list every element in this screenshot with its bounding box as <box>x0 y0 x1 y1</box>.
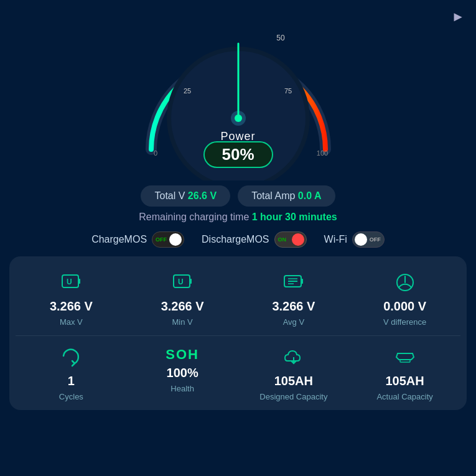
cycles-label: Cycles <box>59 392 83 401</box>
actual-cap-label: Actual Capacity <box>376 392 432 401</box>
avg-v-label: Avg V <box>283 317 304 327</box>
avg-v-value: 3.266 V <box>272 299 315 314</box>
row-divider <box>16 335 460 336</box>
toggles-row: ChargeMOS OFF DischargeMOS ON Wi-Fi OFF <box>91 231 385 248</box>
discharge-mos-state: ON <box>278 236 287 243</box>
charging-time-value: 1 hour 30 minutes <box>252 212 337 222</box>
svg-rect-11 <box>78 279 80 284</box>
play-icon[interactable]: ► <box>451 9 465 25</box>
designed-cap-value: 105AH <box>274 374 313 388</box>
health-value: 100% <box>167 366 198 380</box>
svg-text:U: U <box>178 278 184 286</box>
min-v-label: Min V <box>172 317 193 327</box>
total-amp-value: 0.0 A <box>298 190 322 201</box>
discharge-mos-toggle-item: DischargeMOS ON <box>202 231 306 248</box>
metrics-card: U 3.266 V Max V U 3.266 V Min V <box>9 256 467 410</box>
cycles-cell: 1 Cycles <box>16 342 127 404</box>
min-v-value: 3.266 V <box>161 299 204 314</box>
svg-text:50: 50 <box>276 34 285 42</box>
charge-mos-label: ChargeMOS <box>91 234 147 245</box>
wifi-state: OFF <box>370 236 381 243</box>
charge-mos-knob <box>169 233 182 246</box>
wifi-toggle-item: Wi-Fi OFF <box>324 231 385 248</box>
charging-time-label: Remaining charging time <box>139 212 249 222</box>
soh-text: SOH <box>166 347 199 362</box>
discharge-mos-switch[interactable]: ON <box>274 231 307 248</box>
max-v-label: Max V <box>60 317 83 327</box>
battery-v2-icon: U <box>171 270 194 296</box>
svg-text:U: U <box>67 278 72 286</box>
cloud-icon <box>282 345 305 370</box>
cycles-icon <box>60 345 82 370</box>
wifi-knob <box>355 233 367 246</box>
v-diff-value: 0.000 V <box>383 299 426 314</box>
svg-rect-14 <box>190 279 192 284</box>
total-v-label: Total V <box>154 190 185 201</box>
gauge-percent: 50% <box>203 141 273 168</box>
actual-cap-value: 105AH <box>385 374 424 388</box>
svg-text:75: 75 <box>284 87 291 95</box>
v-diff-label: V difference <box>383 317 426 327</box>
battery-cap-icon <box>394 345 416 370</box>
total-v-value: 26.6 V <box>188 190 217 201</box>
discharge-mos-label: DischargeMOS <box>202 234 269 245</box>
designed-cap-cell: 105AH Designed Capacity <box>238 342 350 404</box>
charging-time: Remaining charging time 1 hour 30 minute… <box>139 212 337 223</box>
svg-rect-17 <box>301 279 303 284</box>
wifi-switch[interactable]: OFF <box>352 231 385 248</box>
designed-cap-label: Designed Capacity <box>259 392 327 401</box>
cycles-value: 1 <box>68 374 75 388</box>
charge-mos-switch[interactable]: OFF <box>152 231 184 248</box>
stats-row: Total V 26.6 V Total Amp 0.0 A <box>141 185 335 207</box>
power-gauge: 50 25 75 0 100 Power 50% <box>120 6 357 180</box>
speedometer-icon <box>394 270 416 296</box>
total-amp-pill: Total Amp 0.0 A <box>238 185 335 207</box>
min-v-cell: U 3.266 V Min V <box>127 268 238 329</box>
discharge-mos-knob <box>292 233 304 246</box>
battery-avg-icon <box>282 270 305 296</box>
health-label: Health <box>170 384 194 393</box>
health-cell: SOH 100% Health <box>127 342 238 404</box>
actual-cap-cell: 105AH Actual Capacity <box>349 342 460 404</box>
battery-v-icon: U <box>60 270 82 296</box>
max-v-value: 3.266 V <box>50 299 93 314</box>
wifi-label: Wi-Fi <box>324 234 347 245</box>
svg-text:0: 0 <box>153 149 157 157</box>
total-amp-label: Total Amp <box>251 190 295 201</box>
svg-text:100: 100 <box>316 149 327 157</box>
total-voltage-pill: Total V 26.6 V <box>141 185 230 207</box>
svg-text:25: 25 <box>183 87 190 95</box>
soh-icon: SOH <box>166 345 199 362</box>
charge-mos-toggle-item: ChargeMOS OFF <box>91 231 184 248</box>
avg-v-cell: 3.266 V Avg V <box>238 268 350 329</box>
svg-rect-24 <box>400 360 410 362</box>
max-v-cell: U 3.266 V Max V <box>16 268 127 329</box>
v-diff-cell: 0.000 V V difference <box>349 268 460 329</box>
charge-mos-state: OFF <box>156 236 167 243</box>
